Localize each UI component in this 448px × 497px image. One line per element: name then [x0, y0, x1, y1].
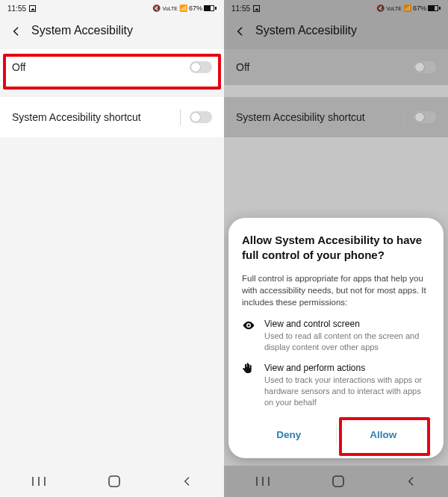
mute-icon: 🔇 — [376, 4, 385, 12]
row-main-label: Off — [236, 61, 249, 73]
permission-subtitle: Used to read all content on the screen a… — [264, 331, 430, 353]
svg-rect-7 — [333, 476, 343, 487]
permission-title: View and control screen — [264, 319, 430, 329]
row-main-toggle[interactable]: Off — [224, 49, 448, 85]
nav-recent-icon[interactable] — [255, 475, 271, 487]
battery-percent: 67% — [413, 4, 426, 12]
hand-icon — [242, 363, 255, 408]
battery-icon — [204, 5, 217, 11]
battery-percent: 67% — [189, 4, 202, 12]
row-shortcut-label: System Accesibility shortcut — [12, 111, 141, 123]
dialog-description: Full control is appropriate for apps tha… — [242, 272, 430, 308]
toggle-shortcut[interactable] — [414, 111, 436, 123]
mute-icon: 🔇 — [152, 4, 161, 12]
toggle-main[interactable] — [190, 61, 212, 73]
network-label: VoLTE — [386, 6, 402, 11]
signal-icon: 📶 — [403, 4, 411, 12]
divider — [180, 109, 181, 125]
toggle-shortcut[interactable] — [190, 111, 212, 123]
permission-item: View and perform actions Used to track y… — [242, 363, 430, 408]
page-title: System Accesibility — [31, 24, 133, 37]
dialog-title: Allow System Accesibility to have full c… — [242, 233, 430, 263]
signal-icon: 📶 — [179, 4, 187, 12]
deny-button[interactable]: Deny — [242, 419, 336, 451]
title-bar: System Accesibility — [0, 16, 224, 49]
phone-screenshot-left: 11:55 🔇 VoLTE 📶 67% System Accesibility … — [0, 0, 224, 497]
row-shortcut[interactable]: System Accesibility shortcut — [224, 97, 448, 137]
nav-bar — [224, 466, 448, 497]
permission-title: View and perform actions — [264, 363, 430, 373]
title-bar: System Accesibility — [224, 16, 448, 49]
clock: 11:55 — [231, 4, 250, 13]
status-bar: 11:55 🔇 VoLTE 📶 67% — [224, 0, 448, 16]
back-icon[interactable] — [10, 25, 21, 36]
permission-item: View and control screen Used to read all… — [242, 319, 430, 353]
svg-rect-3 — [109, 476, 119, 487]
divider — [404, 109, 405, 125]
dialog-actions: Deny Allow — [242, 419, 430, 451]
nav-home-icon[interactable] — [108, 475, 121, 488]
back-icon[interactable] — [234, 25, 245, 36]
nav-recent-icon[interactable] — [31, 475, 47, 487]
nav-home-icon[interactable] — [332, 475, 345, 488]
screenshot-icon — [29, 5, 36, 12]
toggle-main[interactable] — [414, 61, 436, 73]
allow-button[interactable]: Allow — [337, 419, 431, 451]
permission-subtitle: Used to track your interactions with app… — [264, 375, 430, 408]
eye-icon — [242, 319, 255, 353]
nav-back-icon[interactable] — [405, 475, 417, 487]
row-main-toggle[interactable]: Off — [0, 49, 224, 85]
nav-bar — [0, 466, 224, 497]
clock: 11:55 — [7, 4, 26, 13]
row-shortcut-label: System Accesibility shortcut — [236, 111, 365, 123]
screenshot-icon — [253, 5, 260, 12]
permission-dialog: Allow System Accesibility to have full c… — [228, 218, 444, 458]
status-bar: 11:55 🔇 VoLTE 📶 67% — [0, 0, 224, 16]
network-label: VoLTE — [162, 6, 178, 11]
nav-back-icon[interactable] — [181, 475, 193, 487]
row-main-label: Off — [12, 61, 25, 73]
battery-icon — [428, 5, 441, 11]
phone-screenshot-right: 11:55 🔇 VoLTE 📶 67% System Accesibility … — [224, 0, 448, 497]
row-shortcut[interactable]: System Accesibility shortcut — [0, 97, 224, 137]
page-title: System Accesibility — [255, 24, 357, 37]
